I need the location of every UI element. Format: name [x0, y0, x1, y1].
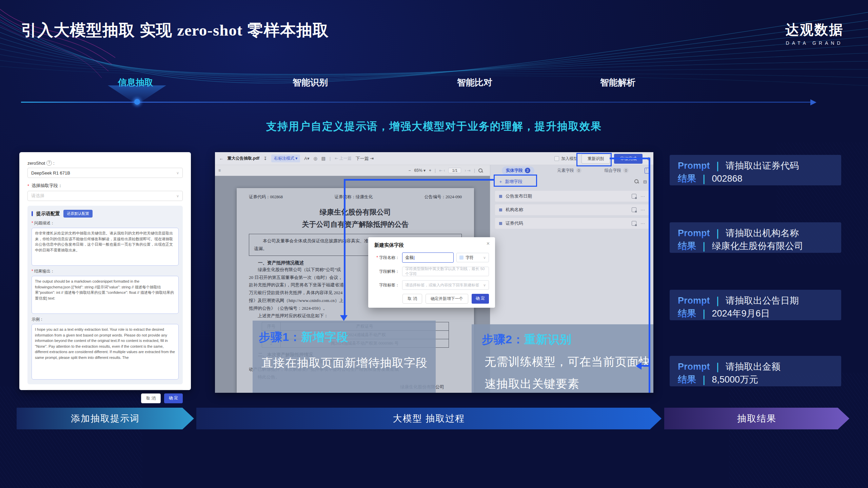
result-label: 结果 [678, 240, 696, 252]
progress-dot [134, 99, 140, 105]
type-icon [459, 256, 463, 260]
result-value: 2024年9月6日 [712, 307, 770, 320]
corner-texture [729, 373, 868, 488]
modal-title: 新建实体字段 [374, 242, 489, 248]
result-label: 结果 [678, 307, 696, 320]
more-icon[interactable]: ⋯ [640, 221, 645, 226]
close-icon[interactable]: × [487, 241, 490, 247]
model-select[interactable]: DeepSeek R1 671B∨ [27, 168, 183, 178]
field-name-input[interactable]: 金额| [402, 252, 454, 263]
back-icon[interactable]: ← [219, 156, 223, 161]
locate-icon[interactable] [632, 207, 636, 212]
new-entity-field-modal: 新建实体字段 × *字段名称： 金额| 字符 ∨ 字段解释： 字符类型限制中英文… [368, 237, 495, 308]
target-icon[interactable]: ◎ [313, 156, 317, 161]
download-icon[interactable]: ↧ [263, 156, 267, 161]
chevron-down-icon: ∨ [176, 171, 179, 175]
annotation-mode-button[interactable]: 右标注模式 ▾ [271, 155, 300, 162]
count-badge: 0 [576, 168, 581, 173]
first-page-icon[interactable]: ⇤ ‹ [439, 168, 445, 173]
doc-notice-no: 公告编号：2024-090 [425, 194, 462, 200]
prompt-text: 请抽取出机构名称 [726, 227, 799, 239]
prompt-result-card: Prompt｜请抽取出金额 结果｜8,5000万元 [670, 356, 841, 386]
doc-body-line: 上述资产抵押对应的权证信息如下： [249, 312, 462, 320]
doc-subtitle: 关于公司自有资产解除抵押的公告 [249, 220, 462, 229]
prompt-label: Prompt [678, 296, 710, 306]
help-icon[interactable]: ? [46, 160, 52, 166]
modal-confirm-next-button[interactable]: 确定并新增下一个 [426, 294, 468, 304]
output-textarea[interactable]: The output should be a markdown codesnip… [32, 276, 179, 314]
annotation-line [649, 158, 650, 393]
stage-banner-result: 抽取结果 [664, 408, 849, 429]
tab-composite-fields[interactable]: 组合字段0 [604, 168, 629, 174]
page-indicator[interactable]: 1/1 [448, 168, 461, 173]
chevron-down-icon: ∨ [483, 256, 486, 260]
menu-icon[interactable]: ≡ [218, 168, 221, 173]
question-textarea[interactable]: 你非常擅长从给定的文档中抽取出关键信息。请从我给到的文档中把关键信息提取出来，你… [32, 228, 179, 266]
step1-description: 直接在抽取页面新增待抽取字段 [261, 352, 431, 374]
zoom-in-button[interactable]: + [429, 168, 431, 173]
text-tool-icon[interactable]: A▾ [304, 156, 309, 161]
field-row-org-name[interactable]: 机构名称 ⋯ [495, 204, 649, 215]
field-type-select[interactable]: 字符 ∨ [456, 253, 489, 262]
field-tag-select[interactable]: 请选择标签，或输入内容按下回车新建标签∨ [402, 280, 489, 290]
doc-stock-code: 证券代码：002868 [249, 194, 283, 200]
prompt-label: Prompt [678, 161, 710, 171]
annotation-line [344, 179, 346, 315]
brand-logo-cn: 达观数据 [770, 20, 859, 39]
next-doc-button[interactable]: 下一篇 ⇥ [356, 156, 374, 162]
field-row-stock-code[interactable]: 证券代码 ⋯ [495, 218, 649, 229]
prev-doc-button[interactable]: ⇤ 上一篇 [335, 156, 351, 161]
confirm-button[interactable]: 确 定 [164, 393, 183, 403]
step1-title: 步骤1：新增字段 [259, 329, 349, 345]
annotation-line [344, 179, 494, 181]
tab-intelligent-parsing[interactable]: 智能解析 [600, 77, 635, 88]
collapse-icon[interactable]: ⊟ [643, 179, 647, 184]
restore-default-button[interactable]: 还原默认配置 [63, 210, 93, 218]
tab-intelligent-recognition[interactable]: 智能识别 [293, 77, 328, 88]
modal-cancel-button[interactable]: 取 消 [402, 294, 422, 304]
field-desc-input[interactable]: 字符类型限制中英文数字以及下划线，最长 50 个字符 [402, 267, 489, 276]
result-value: 8,5000万元 [712, 373, 758, 386]
prompt-result-card: Prompt｜请抽取出机构名称 结果｜绿康化生股份有限公司 [670, 222, 841, 253]
more-icon[interactable]: ⋯ [640, 207, 645, 212]
highlight-ring-rerecognize [576, 153, 612, 166]
last-page-icon[interactable]: › ⇥ [465, 168, 470, 173]
example-label: 示例： [32, 317, 179, 322]
locate-icon[interactable] [632, 194, 636, 199]
chevron-down-icon: ∨ [483, 283, 486, 287]
doc-title: 绿康生化股份有限公司 [249, 207, 462, 217]
wave-decoration [0, 0, 868, 122]
doc-stock-name: 证券简称：绿康生化 [335, 194, 373, 200]
locate-icon[interactable] [632, 221, 636, 226]
stage-banner-process: 大模型 抽取过程 [196, 408, 662, 429]
modal-confirm-button[interactable]: 确 定 [472, 294, 489, 304]
annotation-line [642, 365, 650, 367]
field-row-announce-date[interactable]: 公告发布日期 ⋯ [495, 191, 649, 202]
brand-logo: 达观数据 DATA GRAND [770, 20, 859, 46]
arrow-left-icon [636, 362, 642, 370]
prompt-config-title: 提示语配置 [36, 211, 60, 217]
question-label: *问题描述： [32, 220, 179, 226]
page-panel-icon[interactable]: ▤ [321, 156, 326, 161]
result-value: 绿康化生股份有限公司 [712, 240, 803, 252]
result-value: 002868 [712, 174, 742, 184]
example-textarea[interactable]: I hope you act as a text entity extracti… [32, 324, 179, 380]
tab-entity-fields[interactable]: 实体字段3 [502, 166, 534, 175]
zoom-level[interactable]: 65% ▾ [414, 168, 426, 173]
search-icon[interactable] [634, 179, 638, 183]
tab-element-fields[interactable]: 元素字段0 [557, 168, 581, 174]
count-badge: 3 [525, 168, 530, 173]
cancel-button[interactable]: 取 消 [141, 393, 160, 403]
search-icon[interactable] [478, 168, 482, 172]
extract-field-select[interactable]: 请选择∨ [27, 191, 183, 201]
result-label: 结果 [678, 373, 696, 386]
count-badge: 0 [623, 168, 629, 173]
field-name-label: *字段名称： [374, 255, 399, 261]
zoom-out-button[interactable]: − [409, 168, 411, 173]
more-icon[interactable]: ⋯ [640, 194, 645, 199]
prompt-result-card: Prompt｜请抽取出公告日期 结果｜2024年9月6日 [670, 290, 841, 320]
highlight-ring-add-field [494, 175, 537, 187]
tab-intelligent-comparison[interactable]: 智能比对 [457, 77, 492, 88]
add-to-model-checkbox[interactable]: 加入模型 [554, 156, 577, 162]
step2-overlay: 步骤2：重新识别 无需训练模型，可在当前页面快速抽取出关键要素 [472, 324, 653, 393]
